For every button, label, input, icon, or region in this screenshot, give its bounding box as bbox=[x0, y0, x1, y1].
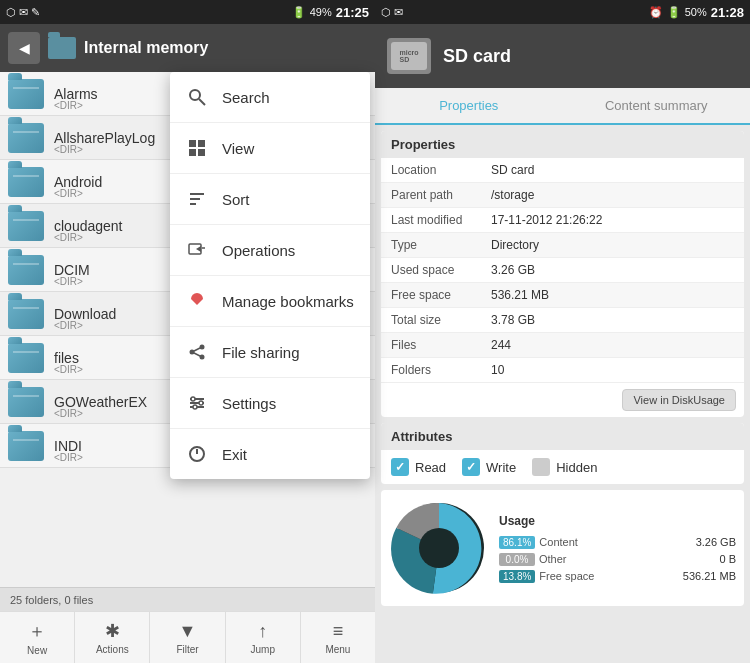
write-checkbox-item[interactable]: Write bbox=[462, 458, 516, 476]
back-button[interactable]: ◀ bbox=[8, 32, 40, 64]
share-icon bbox=[186, 341, 208, 363]
new-icon: ＋ bbox=[28, 619, 46, 643]
menu-button[interactable]: ≡ Menu bbox=[301, 612, 375, 663]
prop-used: Used space 3.26 GB bbox=[381, 258, 744, 283]
actions-icon: ✱ bbox=[105, 620, 120, 642]
prop-val-parent: /storage bbox=[491, 188, 534, 202]
tabs-bar: Properties Content summary bbox=[375, 88, 750, 125]
svg-rect-4 bbox=[189, 149, 196, 156]
legend-other: 0.0% Other 0 B bbox=[499, 553, 736, 566]
dir-label: <DIR> bbox=[54, 188, 83, 199]
write-label: Write bbox=[486, 460, 516, 475]
jump-icon: ↑ bbox=[258, 621, 267, 642]
settings-icon bbox=[186, 392, 208, 414]
prop-val-folders: 10 bbox=[491, 363, 504, 377]
prop-modified: Last modified 17-11-2012 21:26:22 bbox=[381, 208, 744, 233]
sd-card-title: SD card bbox=[443, 46, 511, 67]
hidden-checkbox[interactable] bbox=[532, 458, 550, 476]
footer-status: 25 folders, 0 files bbox=[0, 587, 375, 611]
prop-total: Total size 3.78 GB bbox=[381, 308, 744, 333]
tab-content-summary[interactable]: Content summary bbox=[563, 88, 751, 123]
jump-button[interactable]: ↑ Jump bbox=[226, 612, 301, 663]
prop-key-location: Location bbox=[391, 163, 491, 177]
sd-card-icon: microSD bbox=[387, 38, 431, 74]
menu-item-operations-label: Operations bbox=[222, 242, 295, 259]
prop-val-total: 3.78 GB bbox=[491, 313, 535, 327]
attributes-row: Read Write Hidden bbox=[381, 450, 744, 484]
svg-point-21 bbox=[193, 405, 197, 409]
top-bar-title: Internal memory bbox=[84, 39, 367, 57]
exit-icon bbox=[186, 443, 208, 465]
dir-label: <DIR> bbox=[54, 232, 83, 243]
svg-rect-5 bbox=[198, 149, 205, 156]
prop-val-files: 244 bbox=[491, 338, 511, 352]
prop-type: Type Directory bbox=[381, 233, 744, 258]
usage-section: Usage 86.1% Content 3.26 GB 0.0% Other 0… bbox=[381, 490, 744, 606]
menu-item-bookmarks[interactable]: Manage bookmarks bbox=[170, 276, 370, 327]
menu-item-view-label: View bbox=[222, 140, 254, 157]
folder-icon bbox=[8, 299, 44, 329]
menu-item-exit[interactable]: Exit bbox=[170, 429, 370, 479]
prop-key-files: Files bbox=[391, 338, 491, 352]
actions-button[interactable]: ✱ Actions bbox=[75, 612, 150, 663]
tab-properties[interactable]: Properties bbox=[375, 88, 563, 125]
dir-label: <DIR> bbox=[54, 100, 83, 111]
status-icons-right: ⬡ ✉ bbox=[381, 6, 403, 19]
prop-val-free: 536.21 MB bbox=[491, 288, 549, 302]
write-checkbox[interactable] bbox=[462, 458, 480, 476]
read-checkbox-item[interactable]: Read bbox=[391, 458, 446, 476]
prop-val-used: 3.26 GB bbox=[491, 263, 535, 277]
battery-pct-left: 49% bbox=[310, 6, 332, 18]
prop-location: Location SD card bbox=[381, 158, 744, 183]
view-diskusage-container: View in DiskUsage bbox=[381, 383, 744, 417]
folder-icon bbox=[8, 167, 44, 197]
svg-point-19 bbox=[191, 397, 195, 401]
read-checkbox[interactable] bbox=[391, 458, 409, 476]
menu-label: Menu bbox=[325, 644, 350, 655]
svg-line-14 bbox=[192, 347, 202, 352]
free-pct: 13.8% bbox=[499, 570, 535, 583]
content-val: 3.26 GB bbox=[696, 536, 736, 548]
view-diskusage-button[interactable]: View in DiskUsage bbox=[622, 389, 736, 411]
menu-icon: ≡ bbox=[333, 621, 344, 642]
svg-point-0 bbox=[190, 90, 200, 100]
prop-parent: Parent path /storage bbox=[381, 183, 744, 208]
usage-legend: Usage 86.1% Content 3.26 GB 0.0% Other 0… bbox=[499, 498, 736, 598]
properties-title: Properties bbox=[381, 131, 744, 158]
dir-label: <DIR> bbox=[54, 144, 83, 155]
folder-icon bbox=[8, 387, 44, 417]
hidden-label: Hidden bbox=[556, 460, 597, 475]
menu-item-operations[interactable]: Operations bbox=[170, 225, 370, 276]
battery-icon-left: 🔋 bbox=[292, 6, 306, 19]
hidden-checkbox-item[interactable]: Hidden bbox=[532, 458, 597, 476]
menu-item-sort[interactable]: Sort bbox=[170, 174, 370, 225]
right-panel: ⬡ ✉ ⏰ 🔋 50% 21:28 microSD SD card Proper… bbox=[375, 0, 750, 663]
svg-rect-2 bbox=[189, 140, 196, 147]
prop-key-modified: Last modified bbox=[391, 213, 491, 227]
prop-val-modified: 17-11-2012 21:26:22 bbox=[491, 213, 602, 227]
view-icon bbox=[186, 137, 208, 159]
menu-item-settings-label: Settings bbox=[222, 395, 276, 412]
new-label: New bbox=[27, 645, 47, 656]
svg-line-1 bbox=[199, 99, 205, 105]
menu-item-exit-label: Exit bbox=[222, 446, 247, 463]
svg-point-25 bbox=[419, 528, 459, 568]
menu-item-settings[interactable]: Settings bbox=[170, 378, 370, 429]
menu-item-sharing[interactable]: File sharing bbox=[170, 327, 370, 378]
menu-item-view[interactable]: View bbox=[170, 123, 370, 174]
legend-free: 13.8% Free space 536.21 MB bbox=[499, 570, 736, 583]
new-button[interactable]: ＋ New bbox=[0, 612, 75, 663]
status-right-left: 🔋 49% 21:25 bbox=[292, 5, 369, 20]
menu-item-sort-label: Sort bbox=[222, 191, 250, 208]
legend-content: 86.1% Content 3.26 GB bbox=[499, 536, 736, 549]
dropdown-menu: Search View Sort bbox=[170, 72, 370, 479]
top-bar-left: ◀ Internal memory bbox=[0, 24, 375, 72]
dir-label: <DIR> bbox=[54, 408, 83, 419]
operations-icon bbox=[186, 239, 208, 261]
sd-card-inner: microSD bbox=[391, 42, 427, 70]
sort-icon bbox=[186, 188, 208, 210]
other-label: Other bbox=[539, 553, 715, 565]
filter-button[interactable]: ▼ Filter bbox=[150, 612, 225, 663]
menu-item-search[interactable]: Search bbox=[170, 72, 370, 123]
prop-files: Files 244 bbox=[381, 333, 744, 358]
